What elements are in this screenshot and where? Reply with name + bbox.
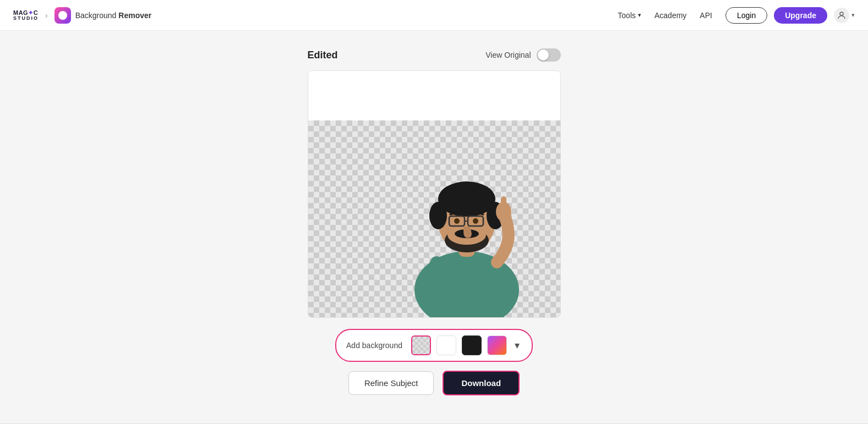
add-background-row: Add background ▾ [335, 329, 533, 362]
tool-logo-icon [54, 7, 71, 24]
upgrade-button[interactable]: Upgrade [774, 7, 827, 24]
view-original-row: View Original [485, 48, 560, 62]
brand-area: MAG✦C STUDIO › Background Remover [13, 7, 151, 24]
more-backgrounds-button[interactable]: ▾ [512, 339, 522, 351]
person-image [401, 119, 533, 317]
svg-point-0 [840, 12, 843, 15]
svg-point-5 [429, 202, 447, 229]
refine-subject-button[interactable]: Refine Subject [348, 371, 434, 395]
nav-academy[interactable]: Academy [654, 11, 686, 20]
user-menu-button[interactable]: ▾ [834, 8, 855, 23]
nav-api[interactable]: API [700, 11, 712, 20]
add-background-label: Add background [346, 341, 402, 350]
view-original-label: View Original [485, 51, 531, 59]
svg-rect-16 [501, 196, 506, 213]
toggle-knob [538, 49, 549, 60]
action-row: Refine Subject Download [348, 371, 520, 395]
nav-tools[interactable]: Tools ▾ [618, 11, 641, 20]
svg-point-13 [454, 218, 460, 224]
tool-label: Background Remover [75, 11, 152, 20]
header-row: Edited View Original [308, 48, 561, 62]
main-content: Edited View Original [0, 31, 868, 424]
login-button[interactable]: Login [725, 7, 767, 24]
svg-point-14 [473, 218, 478, 224]
user-icon [834, 8, 849, 23]
view-original-toggle[interactable] [537, 48, 561, 62]
chevron-down-icon: ▾ [851, 12, 855, 19]
bg-swatch-gradient[interactable] [487, 335, 507, 355]
bg-swatch-transparent[interactable] [411, 335, 431, 355]
image-panel [308, 70, 561, 318]
magic-studio-logo[interactable]: MAG✦C STUDIO [13, 10, 39, 21]
breadcrumb-arrow: › [45, 11, 48, 20]
bg-swatch-white[interactable] [436, 335, 456, 355]
edited-label: Edited [308, 49, 338, 61]
chevron-down-icon: ▾ [638, 12, 641, 19]
download-button[interactable]: Download [443, 371, 520, 395]
navbar: MAG✦C STUDIO › Background Remover Tools … [0, 0, 868, 31]
nav-actions: Login Upgrade ▾ [725, 7, 855, 24]
svg-point-4 [438, 181, 495, 217]
chevron-down-icon: ▾ [515, 340, 520, 351]
bg-swatch-black[interactable] [462, 335, 482, 355]
navbar-center: Tools ▾ Academy API [618, 11, 712, 20]
